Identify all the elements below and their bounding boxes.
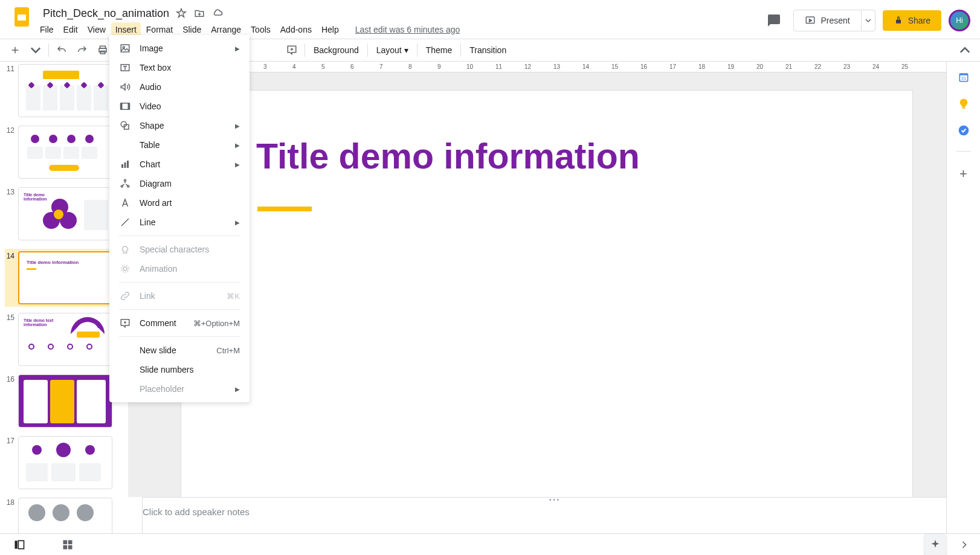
add-comment-button[interactable] [283, 42, 301, 58]
svg-rect-7 [18, 541, 24, 548]
thumbnail-number: 13 [5, 187, 18, 240]
speaker-notes[interactable]: Click to add speaker notes [128, 502, 980, 533]
undo-button[interactable] [53, 42, 71, 58]
filmstrip-view-button[interactable] [10, 535, 29, 554]
collapse-toolbar-button[interactable] [956, 42, 974, 58]
insert-video[interactable]: Video [109, 97, 250, 116]
submenu-arrow-icon: ▶ [235, 386, 240, 393]
thumbnail[interactable] [18, 498, 112, 533]
svg-rect-25 [121, 164, 123, 168]
redo-button[interactable] [73, 42, 91, 58]
menu-file[interactable]: File [36, 22, 58, 37]
insert-comment[interactable]: Comment ⌘+Option+M [109, 313, 250, 333]
calendar-addon-icon[interactable]: 31 [958, 71, 970, 83]
thumbnail[interactable] [18, 436, 112, 489]
comments-history-icon[interactable] [762, 8, 786, 33]
bottom-bar [0, 533, 980, 555]
slide-canvas[interactable]: Title demo information [181, 91, 912, 497]
canvas-viewport[interactable]: Title demo information [128, 72, 980, 497]
svg-point-31 [123, 267, 127, 271]
transition-button[interactable]: Transition [463, 43, 512, 57]
wordart-icon [119, 197, 131, 208]
submenu-arrow-icon: ▶ [235, 161, 240, 168]
next-panel-button[interactable] [958, 539, 970, 551]
keep-addon-icon[interactable] [958, 98, 970, 110]
account-avatar[interactable]: Hi [949, 10, 970, 31]
thumbnail-number: 14 [5, 251, 18, 304]
insert-wordart[interactable]: Word art [109, 193, 250, 213]
last-edit-link[interactable]: Last edit was 6 minutes ago [355, 25, 460, 34]
submenu-arrow-icon: ▶ [235, 123, 240, 129]
insert-audio[interactable]: Audio [109, 77, 250, 97]
svg-rect-21 [121, 103, 123, 110]
menu-tools[interactable]: Tools [247, 22, 275, 37]
audio-icon [119, 82, 131, 92]
menu-addons[interactable]: Add-ons [276, 22, 316, 37]
insert-textbox[interactable]: Text box [109, 58, 250, 77]
svg-rect-11 [68, 545, 73, 549]
grid-view-button[interactable] [58, 535, 77, 554]
insert-line[interactable]: Line ▶ [109, 213, 250, 232]
theme-button[interactable]: Theme [420, 43, 459, 57]
svg-rect-22 [128, 103, 130, 110]
tasks-addon-icon[interactable] [958, 124, 970, 136]
header-actions: Present Share Hi [762, 8, 970, 33]
thumbnail-row[interactable]: 17 [5, 436, 128, 489]
svg-point-28 [124, 179, 126, 181]
share-button[interactable]: Share [883, 10, 941, 31]
present-label: Present [820, 16, 849, 25]
thumbnail[interactable] [18, 374, 112, 428]
cloud-status-icon[interactable] [212, 8, 223, 19]
new-slide-button[interactable] [6, 42, 24, 58]
thumbnail[interactable] [18, 126, 112, 179]
insert-new-slide[interactable]: New slide Ctrl+M [109, 341, 250, 360]
insert-special-characters: Special characters [109, 240, 250, 259]
star-icon[interactable] [176, 8, 187, 19]
submenu-arrow-icon: ▶ [235, 219, 240, 226]
background-button[interactable]: Background [308, 43, 365, 57]
present-dropdown[interactable] [862, 10, 875, 31]
svg-rect-10 [63, 545, 68, 549]
explore-button[interactable] [924, 534, 946, 556]
thumbnail-number: 16 [5, 374, 18, 428]
slides-logo[interactable] [10, 5, 34, 29]
document-title[interactable]: Pitch_Deck_no_animation [39, 6, 173, 21]
animation-icon [119, 263, 131, 274]
insert-link: Link ⌘K [109, 286, 250, 306]
svg-point-32 [121, 265, 129, 272]
thumbnail-number: 15 [5, 313, 18, 366]
insert-chart[interactable]: Chart ▶ [109, 155, 250, 174]
layout-dropdown[interactable]: Layout ▾ [370, 43, 414, 57]
move-icon[interactable] [194, 8, 205, 19]
menu-edit[interactable]: Edit [59, 22, 82, 37]
insert-shape[interactable]: Shape ▶ [109, 116, 250, 135]
insert-table[interactable]: Table ▶ [109, 135, 250, 155]
slide-title-underline [257, 207, 312, 211]
new-slide-dropdown[interactable] [27, 42, 45, 58]
insert-slide-numbers[interactable]: Slide numbers [109, 360, 250, 379]
thumbnail[interactable] [18, 64, 112, 117]
thumbnail-number: 12 [5, 126, 18, 179]
menu-help[interactable]: Help [317, 22, 343, 37]
insert-diagram[interactable]: Diagram [109, 174, 250, 193]
title-area: Pitch_Deck_no_animation File Edit View I… [39, 5, 762, 37]
svg-rect-6 [15, 541, 18, 548]
insert-menu-dropdown: Image ▶ Text box Audio Video Shape ▶ Tab… [109, 35, 250, 402]
insert-placeholder: Placeholder ▶ [109, 379, 250, 399]
menu-view[interactable]: View [83, 22, 110, 37]
notes-resize-handle[interactable]: • • • [128, 497, 980, 502]
thumbnail[interactable]: Title demoinformation [18, 187, 112, 240]
add-addon-button[interactable]: + [959, 166, 967, 182]
special-chars-icon [119, 244, 131, 255]
canvas-area: 345678910111213141516171819202122232425 … [128, 62, 980, 533]
insert-animation: Animation [109, 259, 250, 278]
submenu-arrow-icon: ▶ [235, 142, 240, 149]
present-button[interactable]: Present [793, 10, 861, 31]
slide-title-text[interactable]: Title demo information [256, 136, 640, 177]
svg-rect-9 [68, 540, 73, 544]
thumbnail-row[interactable]: 18 [5, 498, 128, 533]
thumbnail[interactable]: Title demo textinformation [18, 313, 112, 366]
insert-image[interactable]: Image ▶ [109, 39, 250, 58]
thumbnail[interactable]: Title demo information [18, 251, 112, 304]
app-header: Pitch_Deck_no_animation File Edit View I… [0, 0, 980, 39]
